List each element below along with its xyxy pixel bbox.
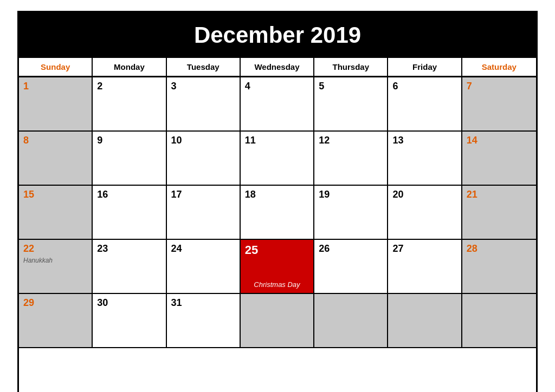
day-number: 8 — [23, 135, 87, 146]
day-cell-27: 27 — [388, 240, 462, 294]
day-cell-empty — [462, 294, 536, 348]
day-number: 28 — [467, 243, 532, 254]
day-header-friday: Friday — [388, 58, 462, 76]
day-number: 11 — [245, 135, 309, 146]
day-cell-30: 30 — [93, 294, 166, 348]
day-cell-4: 4 — [241, 77, 314, 132]
day-cell-11: 11 — [241, 132, 314, 186]
day-number: 26 — [319, 243, 383, 254]
day-cell-empty — [314, 294, 388, 348]
day-number: 13 — [392, 135, 456, 146]
day-header-tuesday: Tuesday — [167, 58, 241, 76]
day-cell-16: 16 — [93, 186, 166, 240]
day-number: 14 — [467, 135, 532, 146]
day-cell-25: 25Christmas Day — [241, 240, 314, 294]
day-cell-2: 2 — [93, 77, 166, 132]
day-cell-7: 7 — [462, 77, 536, 132]
day-number: 22 — [23, 243, 87, 254]
day-cell-21: 21 — [462, 186, 536, 240]
day-cell-19: 19 — [314, 186, 388, 240]
day-cell-13: 13 — [388, 132, 462, 186]
day-number: 21 — [467, 189, 532, 200]
day-number: 2 — [97, 81, 161, 92]
day-number: 3 — [171, 81, 235, 92]
day-number: 6 — [392, 81, 456, 92]
day-number: 19 — [319, 189, 383, 200]
calendar: December 2019 SundayMondayTuesdayWednesd… — [17, 11, 538, 392]
day-cell-empty — [241, 294, 314, 348]
day-cell-26: 26 — [314, 240, 388, 294]
holiday-label: Christmas Day — [241, 280, 313, 289]
day-cell-18: 18 — [241, 186, 314, 240]
day-cell-9: 9 — [93, 132, 166, 186]
day-cell-6: 6 — [388, 77, 462, 132]
day-cell-20: 20 — [388, 186, 462, 240]
day-number: 7 — [467, 81, 532, 92]
day-cell-15: 15 — [19, 186, 93, 240]
day-number: 29 — [23, 297, 87, 309]
day-cell-14: 14 — [462, 132, 536, 186]
day-number: 17 — [171, 189, 235, 200]
day-number: 9 — [97, 135, 161, 146]
day-header-wednesday: Wednesday — [241, 58, 314, 76]
day-header-monday: Monday — [93, 58, 166, 76]
day-number: 31 — [171, 297, 235, 309]
day-number: 4 — [245, 81, 309, 92]
day-number: 10 — [171, 135, 235, 146]
calendar-grid: 12345678910111213141516171819202122Hanuk… — [19, 77, 536, 392]
day-number: 30 — [97, 297, 161, 309]
holiday-label: Hanukkah — [23, 257, 87, 264]
day-header-thursday: Thursday — [314, 58, 388, 76]
day-header-saturday: Saturday — [462, 58, 536, 76]
day-cell-17: 17 — [167, 186, 241, 240]
day-cell-10: 10 — [167, 132, 241, 186]
day-cell-3: 3 — [167, 77, 241, 132]
day-number: 25 — [245, 243, 309, 257]
day-cell-31: 31 — [167, 294, 241, 348]
day-number: 23 — [97, 243, 161, 254]
day-number: 1 — [23, 81, 87, 92]
day-number: 18 — [245, 189, 309, 200]
day-cell-22: 22Hanukkah — [19, 240, 93, 294]
day-cell-5: 5 — [314, 77, 388, 132]
day-cell-29: 29 — [19, 294, 93, 348]
day-headers-row: SundayMondayTuesdayWednesdayThursdayFrid… — [19, 58, 536, 77]
day-number: 5 — [319, 81, 383, 92]
calendar-title: December 2019 — [19, 12, 536, 58]
day-number: 27 — [392, 243, 456, 254]
day-number: 15 — [23, 189, 87, 200]
day-header-sunday: Sunday — [19, 58, 93, 76]
day-cell-12: 12 — [314, 132, 388, 186]
day-number: 24 — [171, 243, 235, 254]
day-number: 20 — [392, 189, 456, 200]
day-cell-23: 23 — [93, 240, 166, 294]
day-cell-1: 1 — [19, 77, 93, 132]
day-number: 16 — [97, 189, 161, 200]
day-cell-empty — [388, 294, 462, 348]
day-cell-28: 28 — [462, 240, 536, 294]
day-cell-8: 8 — [19, 132, 93, 186]
day-number: 12 — [319, 135, 383, 146]
day-cell-24: 24 — [167, 240, 241, 294]
